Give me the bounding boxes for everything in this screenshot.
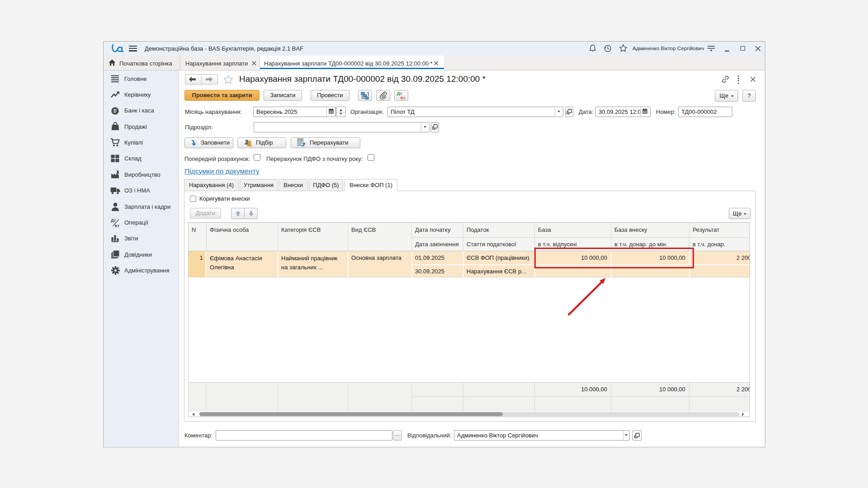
svg-text:Дт: Дт [111,218,116,223]
svg-text:Кт: Кт [115,223,120,228]
